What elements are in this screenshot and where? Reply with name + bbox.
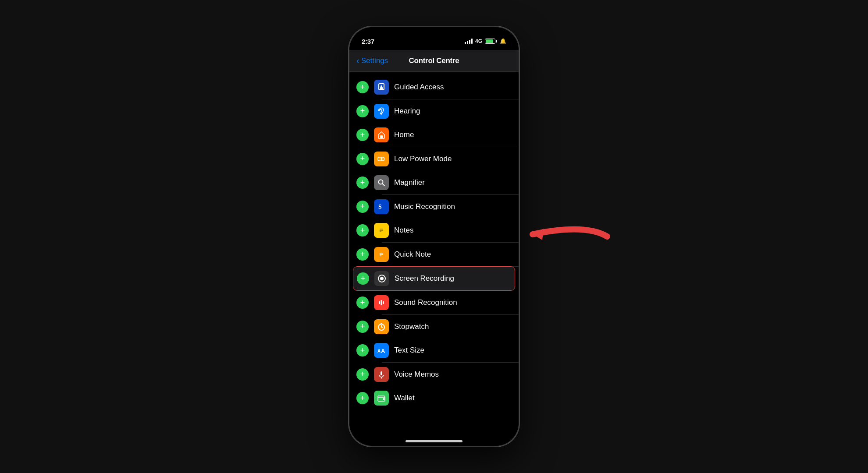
back-button[interactable]: ‹ Settings: [356, 56, 388, 65]
list-item-hearing[interactable]: +Hearing: [349, 99, 519, 123]
battery-body: [485, 39, 495, 44]
svg-point-2: [381, 85, 382, 87]
plus-icon: +: [360, 155, 365, 162]
list-item-stopwatch[interactable]: +Stopwatch: [349, 315, 519, 339]
signal-bars: [465, 39, 473, 44]
list-item-screen-recording[interactable]: +Screen Recording: [353, 266, 515, 291]
plus-icon: +: [360, 226, 365, 234]
add-button[interactable]: +: [356, 297, 369, 309]
battery-fill: [486, 39, 493, 43]
svg-rect-21: [379, 301, 380, 304]
text-size-label: Text Size: [394, 346, 512, 355]
guided-access-label: Guided Access: [394, 83, 512, 92]
list-item-voice-memos[interactable]: +Voice Memos: [349, 363, 519, 386]
add-button[interactable]: +: [356, 321, 369, 333]
stopwatch-label: Stopwatch: [394, 322, 512, 331]
page-title: Control Centre: [409, 56, 459, 65]
plus-icon: +: [360, 250, 365, 258]
home-label: Home: [394, 131, 512, 139]
battery-tip: [496, 40, 497, 42]
add-button[interactable]: +: [356, 224, 369, 236]
low-power-mode-label: Low Power Mode: [394, 155, 512, 163]
voice-memos-icon: [374, 367, 389, 382]
add-button[interactable]: +: [356, 105, 369, 117]
notes-icon: [374, 223, 389, 238]
magnifier-label: Magnifier: [394, 178, 512, 187]
add-button[interactable]: +: [356, 176, 369, 189]
list-item-music-recognition[interactable]: +SMusic Recognition: [349, 195, 519, 219]
plus-icon: +: [360, 299, 365, 307]
svg-rect-22: [381, 300, 382, 305]
stopwatch-icon: [374, 319, 389, 334]
hearing-icon: [374, 104, 389, 119]
plus-icon: +: [360, 322, 365, 330]
quick-note-label: Quick Note: [394, 250, 512, 259]
voice-memos-label: Voice Memos: [394, 370, 512, 379]
content-area[interactable]: +Guided Access+Hearing+Home+Low Power Mo…: [349, 72, 519, 446]
status-icons: 4G 🔔: [465, 38, 506, 44]
phone-device: 2:37 4G 🔔: [349, 26, 519, 447]
svg-rect-4: [380, 135, 383, 138]
wallet-icon: [374, 391, 389, 406]
low-power-mode-icon: [374, 152, 389, 166]
svg-rect-30: [381, 371, 382, 375]
list-item-sound-recognition[interactable]: +Sound Recognition: [349, 291, 519, 314]
plus-icon: +: [360, 83, 365, 91]
notes-label: Notes: [394, 226, 512, 235]
screen-recording-label: Screen Recording: [395, 274, 511, 283]
phone-frame: 2:37 4G 🔔: [349, 26, 519, 447]
add-button[interactable]: +: [356, 129, 369, 141]
plus-icon: +: [360, 346, 365, 354]
plus-icon: +: [360, 394, 365, 402]
music-recognition-label: Music Recognition: [394, 202, 512, 211]
add-button[interactable]: +: [356, 248, 369, 261]
bell-icon: 🔔: [500, 38, 506, 44]
home-indicator: [406, 440, 462, 442]
svg-point-20: [380, 277, 384, 280]
home-icon: [374, 127, 389, 142]
svg-point-3: [380, 113, 381, 113]
back-label: Settings: [361, 56, 388, 65]
lte-badge: 4G: [475, 38, 482, 44]
sound-recognition-icon: [374, 295, 389, 310]
add-button[interactable]: +: [356, 368, 369, 381]
svg-text:S: S: [378, 204, 382, 210]
list-item-home[interactable]: +Home: [349, 123, 519, 147]
svg-rect-6: [384, 159, 385, 159]
dynamic-island: [408, 32, 460, 46]
add-button[interactable]: +: [356, 81, 369, 93]
nav-bar: ‹ Settings Control Centre: [349, 50, 519, 72]
screen-recording-icon: [374, 271, 389, 286]
add-button[interactable]: +: [357, 272, 369, 285]
music-recognition-icon: S: [374, 199, 389, 214]
back-chevron-icon: ‹: [356, 56, 359, 65]
add-button[interactable]: +: [356, 344, 369, 357]
plus-icon: +: [360, 107, 365, 115]
wallet-label: Wallet: [394, 394, 512, 402]
add-button[interactable]: +: [356, 201, 369, 213]
plus-icon: +: [360, 370, 365, 378]
plus-icon: +: [361, 275, 366, 282]
svg-rect-33: [383, 398, 384, 400]
svg-text:A: A: [381, 348, 385, 354]
list-item-notes[interactable]: +Notes: [349, 219, 519, 242]
list-item-magnifier[interactable]: +Magnifier: [349, 171, 519, 194]
list-item-low-power-mode[interactable]: +Low Power Mode: [349, 147, 519, 171]
svg-rect-23: [383, 301, 384, 304]
svg-text:A: A: [377, 349, 381, 353]
add-button[interactable]: +: [356, 392, 369, 404]
plus-icon: +: [360, 202, 365, 210]
list-item-wallet[interactable]: +Wallet: [349, 386, 519, 410]
add-button[interactable]: +: [356, 153, 369, 165]
plus-icon: +: [360, 179, 365, 187]
svg-rect-27: [381, 323, 382, 324]
hearing-label: Hearing: [394, 107, 512, 116]
guided-access-icon: [374, 80, 389, 95]
battery: [485, 39, 497, 44]
list-item-guided-access[interactable]: +Guided Access: [349, 75, 519, 99]
list-item-quick-note[interactable]: +Quick Note: [349, 243, 519, 266]
svg-line-9: [383, 184, 385, 186]
phone-screen: 2:37 4G 🔔: [349, 27, 519, 446]
list-item-text-size[interactable]: +AAText Size: [349, 339, 519, 362]
text-size-icon: AA: [374, 343, 389, 358]
